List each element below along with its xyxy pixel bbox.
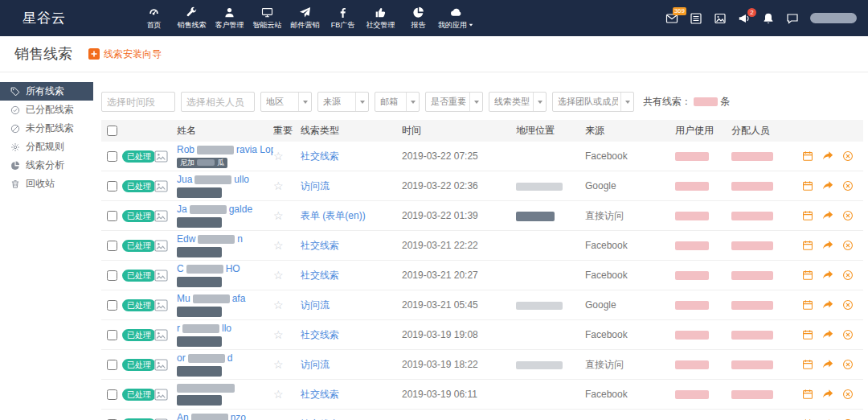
calendar-icon[interactable] <box>802 359 813 370</box>
star-icon[interactable]: ☆ <box>273 359 284 371</box>
row-checkbox[interactable] <box>107 151 117 162</box>
brand-logo[interactable]: 星谷云 <box>0 9 106 27</box>
share-icon[interactable] <box>822 240 833 251</box>
lead-type-link[interactable]: 社交线索 <box>301 240 339 251</box>
star-icon[interactable]: ☆ <box>273 270 284 282</box>
lead-name-link[interactable]: rllo <box>177 323 231 334</box>
filter-select-1[interactable]: 来源 <box>317 92 369 112</box>
star-icon[interactable]: ☆ <box>273 210 284 222</box>
navbar-item-0[interactable]: 首页 <box>135 0 173 36</box>
announcement-icon[interactable]: 2 <box>738 12 751 25</box>
star-icon[interactable]: ☆ <box>273 299 284 311</box>
row-checkbox[interactable] <box>107 300 117 311</box>
row-checkbox[interactable] <box>107 330 117 340</box>
share-icon[interactable] <box>822 150 833 162</box>
calendar-icon[interactable] <box>802 150 813 162</box>
navbar-item-1[interactable]: 销售线索 <box>173 0 211 36</box>
sidebar-item-2[interactable]: 未分配线索 <box>0 119 93 138</box>
share-icon[interactable] <box>822 389 833 400</box>
calendar-icon[interactable] <box>802 270 813 281</box>
share-icon[interactable] <box>822 270 833 281</box>
sidebar-item-1[interactable]: 已分配线索 <box>0 101 93 119</box>
lead-name-link[interactable]: Jagalde <box>177 204 252 215</box>
remove-icon[interactable] <box>842 359 854 370</box>
lead-type-link[interactable]: 社交线索 <box>301 270 339 281</box>
row-checkbox[interactable] <box>107 241 117 251</box>
wizard-link[interactable]: 线索安装向导 <box>88 47 162 61</box>
share-icon[interactable] <box>822 299 833 311</box>
lead-name-link[interactable]: CHO <box>177 264 240 274</box>
remove-icon[interactable] <box>842 299 854 311</box>
navbar-item-3[interactable]: 智能云站 <box>248 0 286 36</box>
remove-icon[interactable] <box>842 389 854 400</box>
star-icon[interactable]: ☆ <box>273 329 284 341</box>
calendar-icon[interactable] <box>802 240 813 251</box>
star-icon[interactable]: ☆ <box>273 150 284 163</box>
sidebar-item-5[interactable]: 回收站 <box>0 175 93 193</box>
navbar-item-6[interactable]: 社交管理 <box>362 0 399 36</box>
row-checkbox[interactable] <box>107 389 117 400</box>
row-checkbox[interactable] <box>107 360 117 370</box>
lead-name-link[interactable]: Robravia Lopez <box>177 145 273 155</box>
navbar-item-4[interactable]: 邮件营销 <box>286 0 324 36</box>
remove-icon[interactable] <box>842 329 854 340</box>
notification-bell-icon[interactable] <box>762 12 775 25</box>
mail-icon[interactable]: 369 <box>665 12 678 25</box>
app-root: 星谷云 首页销售线索客户管理智能云站邮件营销FB广告社交管理报告我的应用 369… <box>0 0 868 420</box>
calendar-icon[interactable] <box>802 180 813 191</box>
sidebar-item-3[interactable]: 分配规则 <box>0 138 93 156</box>
lead-type-link[interactable]: 表单 (表单(en)) <box>301 210 366 221</box>
share-icon[interactable] <box>822 329 833 340</box>
remove-icon[interactable] <box>842 270 854 281</box>
lead-name-link[interactable]: Juaullo <box>177 175 249 185</box>
calendar-icon[interactable] <box>802 299 813 311</box>
remove-icon[interactable] <box>842 150 854 162</box>
lead-name-link[interactable]: ord <box>177 353 232 364</box>
filter-select-5[interactable]: 选择团队或成员 <box>552 92 634 112</box>
select-all-checkbox[interactable] <box>107 126 117 136</box>
share-icon[interactable] <box>822 180 833 191</box>
remove-icon[interactable] <box>842 240 854 251</box>
row-checkbox[interactable] <box>107 211 117 221</box>
star-icon[interactable]: ☆ <box>273 389 284 401</box>
navbar-item-7[interactable]: 报告 <box>399 0 437 36</box>
row-checkbox[interactable] <box>107 270 117 281</box>
lead-type-link[interactable]: 社交线索 <box>301 329 339 340</box>
star-icon[interactable]: ☆ <box>273 180 284 192</box>
messages-icon[interactable] <box>786 12 799 25</box>
filter-select-4[interactable]: 线索类型 <box>489 92 547 112</box>
remove-icon[interactable] <box>842 210 854 221</box>
row-checkbox[interactable] <box>107 181 117 191</box>
remove-icon[interactable] <box>842 180 854 191</box>
sidebar-item-4[interactable]: 线索分析 <box>0 156 93 175</box>
wizard-label: 线索安装向导 <box>104 47 162 61</box>
share-icon[interactable] <box>822 359 833 370</box>
navbar-item-5[interactable]: FB广告 <box>324 0 362 36</box>
related-person-input[interactable] <box>181 92 255 112</box>
filter-select-0[interactable]: 地区 <box>260 92 312 112</box>
time-range-input[interactable] <box>101 92 175 112</box>
lead-name-suffix: ullo <box>234 175 249 185</box>
calendar-icon[interactable] <box>802 389 813 400</box>
calendar-icon[interactable] <box>802 210 813 221</box>
filter-select-3[interactable]: 是否重要 <box>425 92 483 112</box>
lead-type-link[interactable]: 访问流 <box>301 299 330 311</box>
lead-type-link[interactable]: 社交线索 <box>301 389 339 400</box>
sidebar-item-0[interactable]: 所有线索 <box>0 82 93 101</box>
user-account[interactable] <box>810 13 857 23</box>
navbar-item-2[interactable]: 客户管理 <box>211 0 248 36</box>
lead-type-link[interactable]: 社交线索 <box>301 150 339 162</box>
lead-type-link[interactable]: 访问流 <box>301 359 330 370</box>
navbar-item-8[interactable]: 我的应用 <box>437 0 475 36</box>
lead-name-link[interactable]: Annzo <box>177 413 246 420</box>
lead-type-link[interactable]: 访问流 <box>301 180 330 191</box>
calendar-icon[interactable] <box>802 329 813 340</box>
lead-name-link[interactable] <box>177 384 235 393</box>
orders-list-icon[interactable] <box>690 12 702 25</box>
filter-select-2[interactable]: 邮箱 <box>375 92 420 112</box>
share-icon[interactable] <box>822 210 833 221</box>
lead-name-link[interactable]: Muafa <box>177 294 245 304</box>
star-icon[interactable]: ☆ <box>273 240 284 252</box>
lead-name-link[interactable]: Edwn <box>177 234 243 245</box>
gallery-icon[interactable] <box>714 12 727 25</box>
